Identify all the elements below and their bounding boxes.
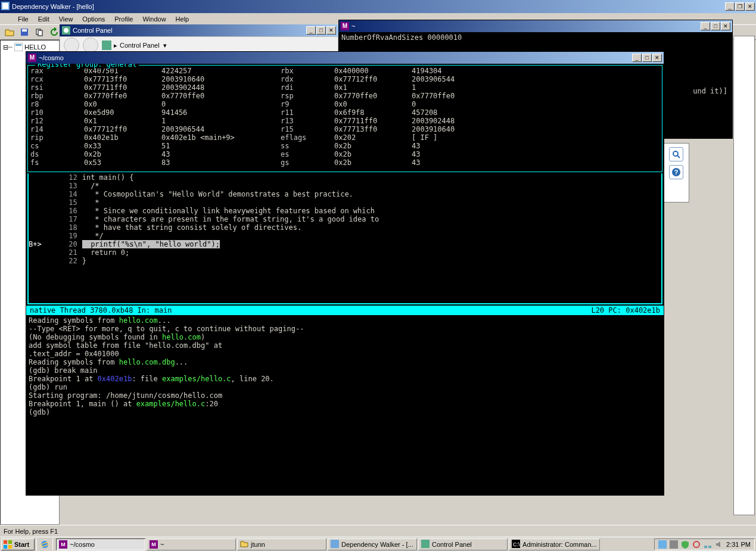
t: hello.com.dbg <box>119 358 175 366</box>
t: add symbol table from file "hello.com.db… <box>29 341 661 350</box>
restore-button[interactable]: ❐ <box>735 2 745 11</box>
menu-options[interactable]: Options <box>77 14 110 24</box>
mtilde-titlebar[interactable]: M ~ _ □ ✕ <box>339 20 732 32</box>
register-cell: 2003902448 <box>161 83 275 92</box>
cp-title: Control Panel <box>73 27 306 34</box>
gdb-output: Reading symbols from hello.com... --Type… <box>26 315 664 418</box>
system-tray: 2:31 PM <box>654 538 755 550</box>
breadcrumb-label[interactable]: Control Panel <box>120 42 160 49</box>
register-cell: 4194304 <box>412 67 483 75</box>
cosmo-titlebar[interactable]: M ~/cosmo _ □ ✕ <box>26 52 664 64</box>
chevron-right-icon[interactable]: ▸ <box>114 42 117 49</box>
source-line: 22} <box>29 257 661 265</box>
taskbar-item[interactable]: jtunn <box>237 538 326 550</box>
gdb-prompt[interactable]: (gdb) <box>29 408 661 416</box>
register-cell: ds <box>30 150 78 158</box>
minimize-button[interactable]: _ <box>632 54 642 62</box>
t: Breakpoint 1 at <box>29 375 98 383</box>
t: :20 <box>205 400 218 408</box>
register-cell: 1 <box>161 117 275 125</box>
svg-point-15 <box>673 151 678 156</box>
search-icon[interactable] <box>669 147 683 161</box>
background-window <box>733 36 755 515</box>
dep-titlebar[interactable]: Dependency Walker - [hello] _ ❐ ✕ <box>0 0 756 13</box>
close-button[interactable]: ✕ <box>745 2 755 11</box>
t: examples/hello.c <box>162 375 231 383</box>
save-icon[interactable] <box>17 26 31 39</box>
t: ... <box>175 358 188 366</box>
minimize-button[interactable]: _ <box>725 2 735 11</box>
open-icon[interactable] <box>2 26 16 39</box>
copy-icon[interactable] <box>32 26 46 39</box>
taskbar-item[interactable]: C:\Administrator: Comman... <box>509 538 600 550</box>
taskbar-item[interactable]: M~/cosmo <box>56 538 145 550</box>
register-cell: rdi <box>281 83 328 92</box>
network-icon[interactable] <box>704 540 712 549</box>
register-cell: 0x400000 <box>334 67 406 75</box>
shield-icon[interactable] <box>681 540 689 549</box>
minimize-button[interactable]: _ <box>306 26 316 35</box>
maximize-button[interactable]: □ <box>711 22 720 30</box>
ie-quicklaunch-icon[interactable] <box>39 540 51 549</box>
collapse-icon[interactable]: ⊟┈ <box>3 43 13 51</box>
taskbar-item[interactable]: Control Panel <box>418 538 508 550</box>
task-icon <box>421 540 430 549</box>
menu-view[interactable]: View <box>54 14 78 24</box>
register-cell: [ IF ] <box>412 133 483 142</box>
cp-icon <box>62 26 70 35</box>
t: examples/hello.c <box>136 400 206 408</box>
tray-icon[interactable] <box>670 540 678 549</box>
minimize-button[interactable]: _ <box>701 22 710 30</box>
menu-file[interactable]: File <box>13 14 33 24</box>
register-cell: 0x7770ffe0 <box>412 92 483 100</box>
svg-rect-4 <box>22 29 27 32</box>
register-cell: 0x77711ff0 <box>84 83 155 92</box>
cosmo-terminal[interactable]: Register group: general rax0x40750142242… <box>26 64 664 495</box>
register-cell: eflags <box>281 133 328 142</box>
t: Reading symbols from <box>29 316 119 325</box>
register-cell: 0x33 <box>84 142 155 150</box>
mintty-icon: M <box>28 54 36 62</box>
register-cell: rip <box>30 133 78 142</box>
menu-window[interactable]: Window <box>138 14 170 24</box>
breadcrumb[interactable]: ▸ Control Panel ▾ <box>102 41 167 50</box>
t: 0x402e1b <box>98 375 132 383</box>
maximize-button[interactable]: □ <box>642 54 652 62</box>
svg-rect-25 <box>331 540 339 548</box>
help-icon[interactable]: ? <box>669 165 683 179</box>
task-label: ~/cosmo <box>70 541 95 548</box>
close-button[interactable]: ✕ <box>326 26 336 35</box>
register-cell: 51 <box>161 142 275 150</box>
tray-icon[interactable] <box>658 540 667 549</box>
t: hello.com <box>119 316 158 325</box>
start-button[interactable]: Start <box>1 538 35 550</box>
mdi-icon <box>2 15 11 23</box>
taskbar-item[interactable]: Dependency Walker - [... <box>328 538 417 550</box>
tray-icon[interactable] <box>692 540 701 549</box>
menu-help[interactable]: Help <box>171 14 194 24</box>
register-cell: 43 <box>161 150 275 158</box>
taskbar-item[interactable]: M~ <box>147 538 236 550</box>
close-button[interactable]: ✕ <box>721 22 730 30</box>
volume-icon[interactable] <box>715 540 723 549</box>
close-button[interactable]: ✕ <box>652 54 662 62</box>
clock[interactable]: 2:31 PM <box>726 541 751 548</box>
menu-profile[interactable]: Profile <box>110 14 138 24</box>
t: hello.com <box>162 333 201 341</box>
register-cell: 2003902448 <box>412 117 483 125</box>
chevron-down-icon[interactable]: ▾ <box>163 42 167 49</box>
refresh-icon[interactable] <box>47 26 61 39</box>
menu-edit[interactable]: Edit <box>33 14 54 24</box>
taskbar: Start M~/cosmoM~jtunnDependency Walker -… <box>0 537 756 551</box>
register-cell: 2003910640 <box>161 75 275 83</box>
mtilde-title: ~ <box>351 23 701 30</box>
svg-line-16 <box>677 155 680 158</box>
cp-titlebar[interactable]: Control Panel _ □ ✕ <box>60 24 338 36</box>
register-cell: rbx <box>281 67 328 75</box>
maximize-button[interactable]: □ <box>316 26 326 35</box>
register-cell: gs <box>281 158 328 167</box>
tree-node-root[interactable]: ⊟┈ HELLO <box>3 43 57 51</box>
t: Reading symbols from <box>29 358 119 366</box>
t: --Type <RET> for more, q to quit, c to c… <box>29 325 661 333</box>
register-cell: 0x202 <box>334 133 406 142</box>
